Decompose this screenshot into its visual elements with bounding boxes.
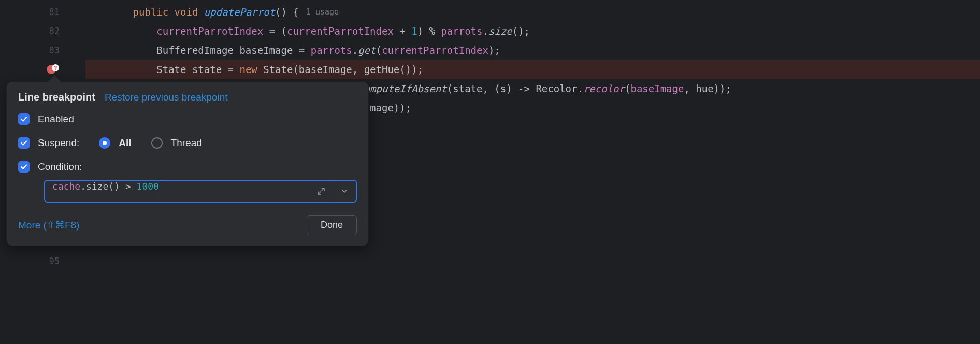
breakpoint-condition-badge: ? [52, 64, 59, 71]
check-icon [20, 163, 28, 171]
code-line[interactable]: currentParrotIndex = (currentParrotIndex… [85, 21, 980, 40]
suspend-checkbox[interactable] [18, 137, 30, 149]
suspend-all-radio[interactable] [99, 137, 110, 149]
gutter-row: 82 [0, 21, 85, 40]
check-icon [20, 115, 28, 123]
check-icon [20, 139, 28, 147]
code-line[interactable]: BufferedImage baseImage = parrots.get(cu… [85, 40, 980, 60]
condition-label: Condition: [38, 161, 82, 173]
chevron-down-icon [341, 188, 348, 195]
line-number: 82 [49, 26, 60, 36]
expand-input-button[interactable] [310, 181, 333, 202]
gutter-row: 83 [0, 40, 85, 60]
gutter-row-breakpoint[interactable]: ? [0, 60, 85, 79]
condition-checkbox[interactable] [18, 161, 30, 173]
suspend-thread-label[interactable]: Thread [171, 137, 202, 149]
gutter-row: 81 [0, 2, 85, 21]
line-number: 83 [49, 45, 60, 55]
done-button[interactable]: Done [307, 215, 357, 235]
gutter-row: 95 [0, 251, 85, 270]
suspend-label: Suspend: [38, 137, 79, 149]
breakpoint-popup: Line breakpoint Restore previous breakpo… [6, 81, 369, 246]
condition-history-dropdown[interactable] [333, 181, 356, 202]
text-caret [160, 181, 160, 193]
code-line-breakpoint[interactable]: State state = new State(baseImage, getHu… [85, 60, 980, 79]
usage-hint[interactable]: 1 usage [299, 7, 339, 17]
code-line[interactable]: public void updateParrot() {1 usage [85, 2, 980, 21]
condition-input-wrap[interactable]: cache.size() > 1000 [44, 180, 357, 203]
enabled-label: Enabled [38, 113, 74, 125]
suspend-thread-radio[interactable] [151, 137, 163, 149]
line-number: 95 [49, 256, 60, 266]
condition-input[interactable]: cache.size() > 1000 [45, 181, 310, 202]
more-link[interactable]: More (⇧⌘F8) [18, 219, 79, 231]
enabled-checkbox[interactable] [18, 113, 30, 125]
suspend-all-label[interactable]: All [119, 137, 131, 149]
restore-breakpoint-link[interactable]: Restore previous breakpoint [105, 92, 228, 103]
popup-title: Line breakpoint [18, 91, 95, 103]
expand-icon [317, 187, 325, 195]
line-number: 81 [49, 7, 60, 17]
